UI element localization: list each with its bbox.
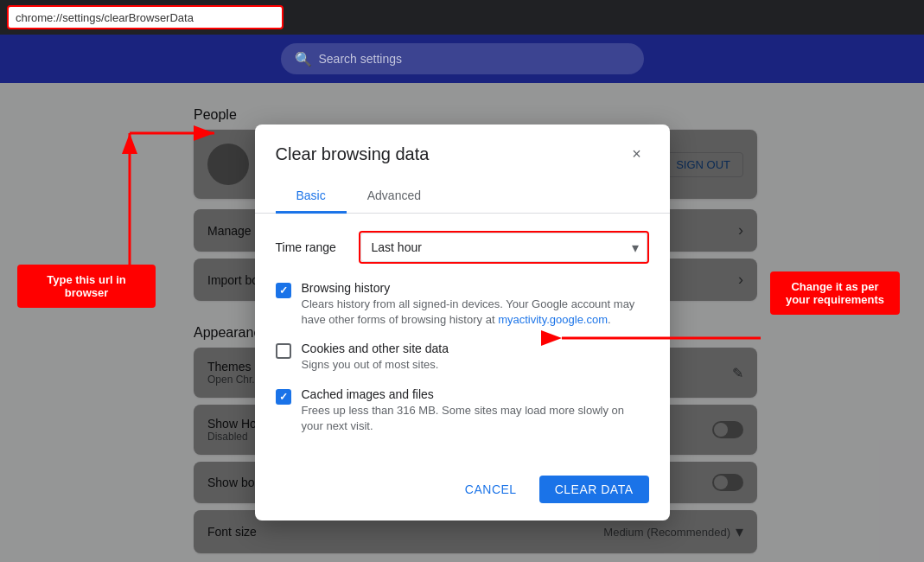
browsing-history-desc: Clears history from all signed-in device… [302, 297, 649, 328]
dialog-title: Clear browsing data [276, 144, 430, 164]
dialog-body: Time range Last hour Last 24 hours Last … [255, 214, 670, 465]
browsing-history-content: Browsing history Clears history from all… [302, 281, 649, 328]
myactivity-link[interactable]: myactivity.google.com [498, 313, 608, 326]
time-range-row: Time range Last hour Last 24 hours Last … [276, 231, 649, 264]
cookies-row: Cookies and other site data Signs you ou… [276, 342, 649, 373]
search-bar-text: Search settings [319, 52, 403, 66]
clear-browsing-data-dialog: Clear browsing data × Basic Advanced Tim… [255, 125, 670, 520]
time-range-select-wrapper: Last hour Last 24 hours Last 7 days Last… [359, 231, 649, 264]
clear-data-button[interactable]: CLEAR DATA [539, 476, 649, 503]
address-bar-container: chrome://settings/clearBrowserData [0, 0, 924, 35]
cancel-button[interactable]: CANCEL [449, 476, 532, 503]
time-range-label: Time range [276, 240, 345, 254]
search-bar[interactable]: 🔍 Search settings [281, 43, 644, 74]
dialog-header: Clear browsing data × [255, 125, 670, 180]
cookies-content: Cookies and other site data Signs you ou… [302, 342, 449, 373]
browsing-history-title: Browsing history [302, 281, 649, 295]
tab-basic[interactable]: Basic [276, 180, 347, 214]
tab-advanced[interactable]: Advanced [347, 180, 442, 214]
cached-images-checkbox[interactable] [276, 389, 291, 405]
settings-background: People SIGN OUT Manage other › Import bo… [0, 83, 924, 562]
search-icon: 🔍 [295, 51, 312, 67]
browsing-history-checkbox[interactable] [276, 283, 291, 298]
time-range-select[interactable]: Last hour Last 24 hours Last 7 days Last… [360, 233, 647, 262]
cached-images-row: Cached images and files Frees up less th… [276, 387, 649, 434]
dialog-footer: CANCEL CLEAR DATA [255, 465, 670, 520]
dialog-close-button[interactable]: × [625, 142, 649, 166]
url-text: chrome://settings/clearBrowserData [16, 11, 194, 24]
cached-images-content: Cached images and files Frees up less th… [302, 387, 649, 434]
chrome-header: 🔍 Search settings [0, 35, 924, 83]
dialog-tabs: Basic Advanced [255, 180, 670, 214]
cookies-title: Cookies and other site data [302, 342, 449, 355]
cookies-checkbox[interactable] [276, 343, 291, 359]
cookies-desc: Signs you out of most sites. [302, 357, 449, 373]
address-bar[interactable]: chrome://settings/clearBrowserData [7, 5, 284, 29]
cached-images-desc: Frees up less than 316 MB. Some sites ma… [302, 403, 649, 434]
cached-images-title: Cached images and files [302, 387, 649, 401]
browsing-history-row: Browsing history Clears history from all… [276, 281, 649, 328]
